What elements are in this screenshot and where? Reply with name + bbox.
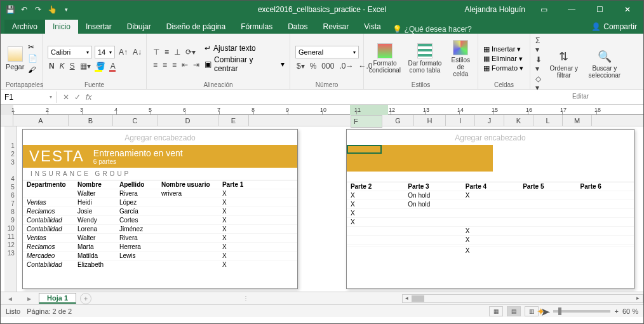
insert-cells-button[interactable]: ▦ Insertar ▾ (483, 45, 523, 53)
scroll-left-icon[interactable]: ◂ (403, 295, 412, 302)
page-2[interactable]: Agregar encabezado as Parte 2 Parte 3 Pa… (346, 129, 634, 289)
close-button[interactable]: ✕ (618, 4, 637, 15)
menu-inicio[interactable]: Inicio (45, 20, 78, 34)
normal-view-button[interactable]: ▦ (489, 306, 503, 316)
tab-nav-next-icon[interactable]: ▸ (27, 294, 31, 303)
italic-button[interactable]: K (58, 61, 66, 71)
col-a[interactable]: A (13, 115, 69, 126)
user-name[interactable]: Alejandra Holguín (465, 5, 525, 14)
cell-styles-button[interactable]: Estilos de celda (449, 40, 473, 78)
col-c[interactable]: C (113, 115, 158, 126)
autosum-icon[interactable]: Σ ▾ (535, 36, 544, 54)
cut-icon[interactable]: ✂ (28, 43, 37, 51)
cancel-formula-icon[interactable]: ✕ (63, 93, 69, 102)
table-row[interactable]: ReclamosMartaHerreraX (23, 243, 297, 252)
save-icon[interactable]: 💾 (6, 5, 15, 14)
table-row[interactable]: WalterRiverawriveraX (23, 189, 297, 198)
touch-icon[interactable]: 👆 (48, 5, 57, 14)
table-row[interactable]: ContabilidadWendyCortesX (23, 216, 297, 225)
col-k[interactable]: K (504, 115, 533, 126)
menu-vista[interactable]: Vista (356, 20, 388, 34)
menu-formulas[interactable]: Fórmulas (233, 20, 280, 34)
ribbon-options-icon[interactable]: ▭ (534, 4, 553, 15)
table-row[interactable]: ContabilidadElizabethX (23, 260, 297, 269)
data-table-2[interactable]: Parte 2 Parte 3 Parte 4 Parte 5 Parte 6 … (347, 182, 634, 255)
find-select-button[interactable]: 🔍Buscar y seleccionar (584, 50, 626, 79)
wrap-text-button[interactable]: ↵ Ajustar texto (205, 44, 285, 53)
paste-button[interactable]: Pegar (6, 46, 24, 71)
tell-me-search[interactable]: 💡 ¿Qué desea hacer? (392, 25, 472, 34)
merge-center-button[interactable]: ▣ Combinar y centrar ▾ (205, 55, 285, 73)
data-table-1[interactable]: Departmento Nombre Apellido Nombre usuar… (23, 180, 297, 269)
align-middle-icon[interactable]: ≡ (163, 47, 170, 57)
col-l[interactable]: L (533, 115, 563, 126)
enter-formula-icon[interactable]: ✓ (74, 93, 81, 102)
align-left-icon[interactable]: ≡ (152, 60, 159, 70)
add-header-2[interactable]: Agregar encabezado (347, 130, 634, 145)
percent-icon[interactable]: % (309, 61, 318, 71)
maximize-button[interactable]: ☐ (590, 4, 609, 15)
conditional-format-button[interactable]: Formato condicional (369, 43, 401, 74)
page-1[interactable]: Agregar encabezado VESTA Entrenamiento e… (22, 129, 298, 289)
font-color-button[interactable]: A (109, 61, 117, 71)
fx-icon[interactable]: fx (86, 93, 91, 102)
menu-insertar[interactable]: Insertar (78, 20, 119, 34)
table-row[interactable]: XOn holdX (347, 191, 634, 200)
decrease-font-icon[interactable]: A↓ (131, 47, 143, 57)
tab-split-icon[interactable]: ⋮ (243, 295, 249, 302)
table-row[interactable]: X (347, 246, 634, 255)
menu-dibujar[interactable]: Dibujar (119, 20, 159, 34)
format-painter-icon[interactable]: 🖌 (28, 65, 37, 74)
table-row[interactable]: VentasWalterRiveraX (23, 234, 297, 243)
selected-cell-f1[interactable] (347, 145, 382, 154)
table-row[interactable]: MercadeoMatildaLewisX (23, 252, 297, 260)
sheet-tab-hoja1[interactable]: Hoja 1 (39, 293, 76, 304)
scroll-thumb[interactable] (412, 295, 424, 302)
increase-font-icon[interactable]: A↑ (117, 47, 129, 57)
horizontal-scrollbar[interactable]: ◂ ▸ (402, 294, 643, 303)
undo-icon[interactable]: ↶ (20, 5, 29, 14)
align-bottom-icon[interactable]: ⊥ (173, 47, 182, 57)
indent-inc-icon[interactable]: ⇥ (192, 60, 201, 70)
format-cells-button[interactable]: ▦ Formato ▾ (483, 64, 523, 72)
menu-datos[interactable]: Datos (280, 20, 315, 34)
qat-more-icon[interactable]: ▾ (62, 5, 70, 14)
align-right-icon[interactable]: ≡ (171, 60, 178, 70)
font-selector[interactable]: Calibri ▾ (48, 46, 92, 58)
align-top-icon[interactable]: ⊤ (152, 47, 161, 57)
border-button[interactable]: ▦▾ (79, 61, 92, 71)
number-format-selector[interactable]: General▾ (295, 46, 359, 58)
currency-icon[interactable]: $▾ (295, 61, 306, 71)
copy-icon[interactable]: 📄 (28, 54, 37, 63)
col-d[interactable]: D (158, 115, 218, 126)
name-box[interactable]: F1▾ (1, 91, 57, 103)
col-e[interactable]: E (218, 115, 249, 126)
underline-button[interactable]: S (69, 61, 76, 71)
orientation-icon[interactable]: ⟳▾ (184, 47, 197, 57)
menu-diseno[interactable]: Diseño de página (159, 20, 233, 34)
bold-button[interactable]: N (48, 61, 56, 71)
col-b[interactable]: B (69, 115, 113, 126)
table-row[interactable]: ContabilidadLorenaJiménezX (23, 225, 297, 234)
col-j[interactable]: J (475, 115, 504, 126)
menu-archivo[interactable]: Archivo (4, 20, 45, 34)
indent-dec-icon[interactable]: ⇤ (180, 60, 189, 70)
fill-color-button[interactable]: 🪣 (95, 61, 107, 71)
table-row[interactable]: VentasHeidiLópezX (23, 198, 297, 207)
table-row[interactable]: X (347, 227, 634, 236)
table-row[interactable]: X (347, 209, 634, 218)
zoom-level[interactable]: 60 % (622, 307, 638, 315)
align-center-icon[interactable]: ≡ (161, 60, 168, 70)
sort-filter-button[interactable]: ⇅Ordenar y filtrar (548, 50, 580, 79)
share-button[interactable]: 👤 Compartir (585, 20, 643, 34)
page-layout-view-button[interactable]: ▤ (507, 306, 521, 316)
scroll-right-icon[interactable]: ▸ (634, 295, 643, 302)
menu-revisar[interactable]: Revisar (316, 20, 357, 34)
increase-decimal-icon[interactable]: .0→ (338, 61, 354, 71)
format-table-button[interactable]: Dar formato como tabla (407, 43, 443, 74)
table-row[interactable]: XOn hold (347, 200, 634, 209)
row-headers[interactable]: 123 456 789 101112 13 (4, 126, 17, 292)
col-g[interactable]: G (382, 115, 414, 126)
col-i[interactable]: I (446, 115, 475, 126)
tab-nav-prev-icon[interactable]: ◂ (8, 294, 12, 303)
